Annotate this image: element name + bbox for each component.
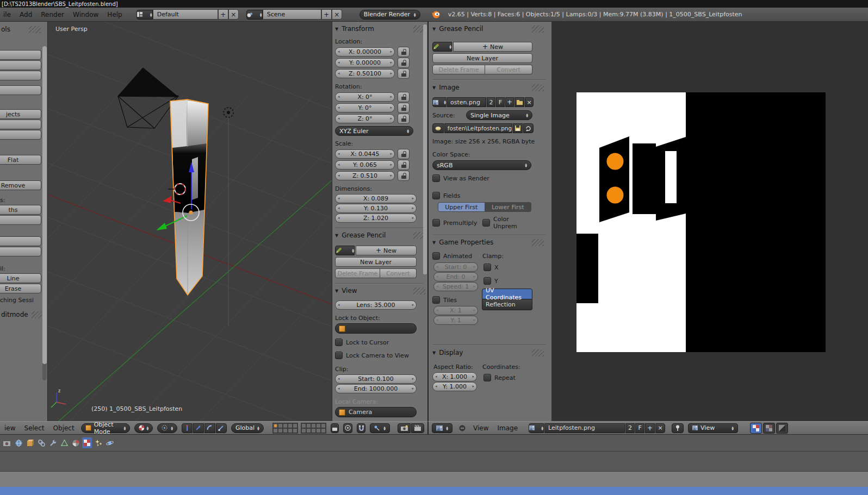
- fake-user-button[interactable]: F: [635, 423, 644, 433]
- number-field[interactable]: ◂Z: 0°▸: [335, 114, 395, 123]
- lock-toggle[interactable]: [398, 58, 410, 68]
- transform-orientation-select[interactable]: Global: [231, 423, 264, 433]
- manipulator-translate-button[interactable]: [193, 423, 204, 433]
- number-field[interactable]: ◂Y: 0.00000▸: [335, 58, 395, 67]
- image-users-count[interactable]: 2: [487, 97, 495, 107]
- panel-drag-widget[interactable]: [532, 84, 544, 91]
- mapping-uv-coordinates-option[interactable]: UV Coordinates: [482, 289, 532, 299]
- layer-grid-1[interactable]: [272, 423, 298, 434]
- convert-button[interactable]: Convert: [380, 268, 417, 278]
- menu-item[interactable]: Object: [53, 424, 75, 432]
- number-field[interactable]: ◂X: 1▸: [433, 306, 478, 315]
- tab-object[interactable]: [25, 437, 35, 448]
- tab-render[interactable]: [2, 437, 12, 448]
- image-name-field[interactable]: osten.png: [447, 97, 486, 107]
- fake-user-button[interactable]: F: [496, 97, 505, 107]
- number-field[interactable]: ◂Y: 0.130▸: [335, 204, 417, 213]
- menu-item[interactable]: Window: [73, 11, 98, 18]
- rotation-mode-select[interactable]: XYZ Euler: [335, 126, 413, 136]
- render-still-button[interactable]: [398, 423, 411, 433]
- number-field[interactable]: ◂Start: 0▸: [433, 262, 478, 272]
- tool-button[interactable]: Remove: [0, 180, 41, 190]
- selected-object-post[interactable]: [170, 99, 208, 295]
- uv-new-layer-button[interactable]: New Layer: [432, 53, 532, 63]
- viewport-3d[interactable]: z User Persp (250) 1_0500_SBS_Leitpfoste…: [48, 22, 332, 421]
- number-field[interactable]: ◂Start: 0.100▸: [335, 374, 417, 384]
- tool-button[interactable]: Erase: [0, 284, 41, 293]
- lock-toggle[interactable]: [398, 160, 410, 170]
- lock-to-scene-button[interactable]: [331, 423, 339, 433]
- lock-toggle[interactable]: [398, 68, 410, 79]
- number-field[interactable]: ◂Speed: 1▸: [433, 282, 478, 291]
- reload-image-button[interactable]: [523, 123, 534, 133]
- tab-physics[interactable]: [105, 437, 115, 448]
- fields-checkbox[interactable]: [432, 192, 440, 199]
- number-field[interactable]: ◂Z: 0.510▸: [335, 171, 395, 180]
- save-image-button[interactable]: [513, 123, 523, 133]
- panel-drag-widget[interactable]: [532, 239, 544, 246]
- uv-convert-button[interactable]: Convert: [485, 65, 532, 74]
- image-panel-header[interactable]: ▼Image: [432, 83, 551, 92]
- number-field[interactable]: ◂End: 0▸: [433, 272, 478, 281]
- panel-drag-widget[interactable]: [532, 349, 544, 356]
- number-field[interactable]: ◂X: 0.0445▸: [335, 149, 395, 159]
- unlink-image-button[interactable]: ×: [525, 97, 534, 107]
- layer-grid-2[interactable]: [301, 423, 326, 434]
- tab-world[interactable]: [14, 437, 23, 448]
- tool-button[interactable]: [0, 236, 41, 246]
- pin-circle-icon[interactable]: [459, 425, 466, 431]
- proportional-edit-button[interactable]: [343, 423, 352, 433]
- uv-delete-frame-button[interactable]: Delete Frame: [432, 65, 485, 74]
- unlink-image-button[interactable]: ×: [655, 423, 665, 433]
- tool-button[interactable]: [0, 247, 41, 256]
- lower-first-toggle[interactable]: Lower First: [485, 202, 532, 212]
- tiles-checkbox[interactable]: [432, 296, 440, 304]
- menu-item[interactable]: Image: [497, 424, 518, 432]
- number-field[interactable]: ◂Z: 1.020▸: [335, 214, 417, 223]
- upper-first-toggle[interactable]: Upper First: [438, 202, 485, 212]
- panel-drag-widget[interactable]: [29, 26, 41, 33]
- tool-button[interactable]: [0, 85, 41, 95]
- delete-scene-button[interactable]: ×: [332, 9, 342, 20]
- channel-rgb-button[interactable]: [763, 423, 775, 434]
- repeat-checkbox[interactable]: [483, 374, 491, 381]
- manipulator-scale-button[interactable]: [216, 423, 227, 433]
- number-field[interactable]: ◂Z: 0.50100▸: [335, 69, 395, 78]
- mode-select[interactable]: Object Mode: [81, 423, 131, 433]
- tool-button[interactable]: Line: [0, 273, 41, 283]
- snap-toggle-button[interactable]: [357, 423, 366, 433]
- screen-layout-name[interactable]: Default: [153, 9, 218, 20]
- add-layout-button[interactable]: +: [218, 9, 228, 20]
- grease-pencil-data-select[interactable]: [335, 246, 355, 255]
- menu-item[interactable]: Render: [41, 11, 64, 18]
- source-select[interactable]: Single Image: [466, 110, 532, 120]
- panel-drag-widget[interactable]: [532, 26, 544, 33]
- tool-button[interactable]: [0, 50, 41, 60]
- lock-toggle[interactable]: [398, 171, 410, 181]
- lock-toggle[interactable]: [398, 103, 410, 113]
- lock-to-object-field[interactable]: [335, 323, 417, 334]
- image-datablock-browse[interactable]: [432, 97, 447, 107]
- manipulator-rotate-button[interactable]: [204, 423, 215, 433]
- number-field[interactable]: ◂Y: 1▸: [433, 316, 478, 325]
- display-panel-header[interactable]: ▼Display: [432, 348, 551, 357]
- pin-image-button[interactable]: [672, 423, 684, 433]
- number-field[interactable]: ◂End: 1000.000▸: [335, 384, 417, 393]
- tab-particles[interactable]: [94, 437, 103, 448]
- tool-button[interactable]: [0, 60, 41, 70]
- tab-constraints[interactable]: [36, 437, 46, 448]
- color-unpremultiply-checkbox[interactable]: [482, 219, 490, 227]
- windows-taskbar[interactable]: [0, 487, 868, 495]
- channel-alpha-button[interactable]: [776, 423, 788, 434]
- mapping-reflection-option[interactable]: Reflection: [482, 299, 532, 310]
- tab-modifiers[interactable]: [48, 437, 58, 448]
- render-animation-button[interactable]: [411, 423, 424, 433]
- editor-type-select[interactable]: [432, 423, 452, 433]
- grease-pencil-new-button[interactable]: +New: [356, 246, 417, 255]
- menu-item[interactable]: ile: [3, 11, 11, 18]
- new-image-button[interactable]: +: [505, 97, 514, 107]
- number-field[interactable]: ◂Y: 1.000▸: [432, 382, 477, 391]
- number-field[interactable]: ◂Y: 0.065▸: [335, 160, 395, 170]
- tool-shelf-scrollbar-thumb[interactable]: [42, 46, 47, 364]
- lock-toggle[interactable]: [398, 92, 410, 102]
